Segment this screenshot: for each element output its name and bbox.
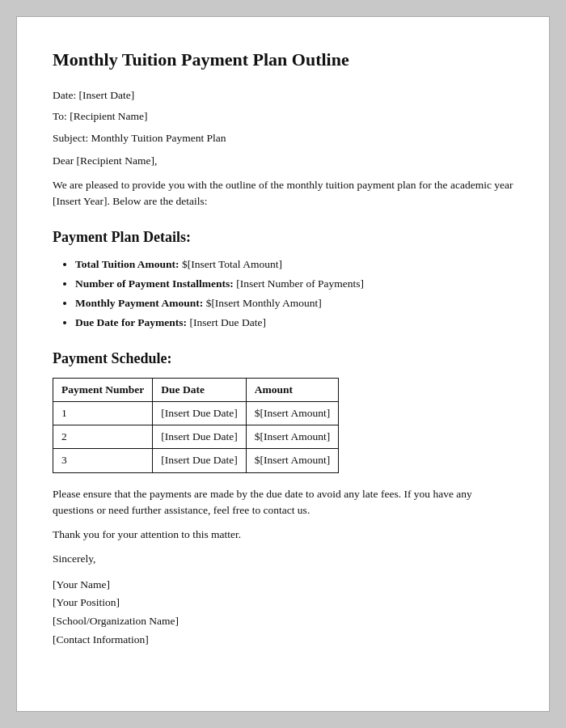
dear-line: Dear [Recipient Name], (53, 153, 513, 169)
document: Monthly Tuition Payment Plan Outline Dat… (16, 16, 550, 712)
col-header-payment-number: Payment Number (53, 378, 153, 401)
bullet-bold-2: Monthly Payment Amount: (75, 297, 203, 309)
bullet-text-0: $[Insert Total Amount] (180, 258, 282, 270)
table-cell: 1 (53, 401, 153, 425)
table-header-row: Payment Number Due Date Amount (53, 378, 339, 401)
date-line: Date: [Insert Date] (53, 87, 513, 104)
payment-plan-heading: Payment Plan Details: (53, 226, 513, 248)
table-cell: $[Insert Amount] (246, 449, 338, 472)
sig-contact: [Contact Information] (53, 631, 513, 650)
bullet-list: Total Tuition Amount: $[Insert Total Amo… (75, 256, 513, 332)
sincerely-line: Sincerely, (53, 551, 513, 567)
signature-block: [Your Name] [Your Position] [School/Orga… (53, 576, 513, 650)
bullet-bold-0: Total Tuition Amount: (75, 258, 180, 270)
bullet-bold-3: Due Date for Payments: (75, 316, 187, 328)
table-body: 1[Insert Due Date]$[Insert Amount]2[Inse… (53, 401, 339, 472)
intro-paragraph: We are pleased to provide you with the o… (53, 177, 513, 210)
schedule-heading: Payment Schedule: (53, 348, 513, 370)
sig-org: [School/Organization Name] (53, 612, 513, 631)
table-cell: [Insert Due Date] (153, 425, 246, 449)
table-cell: [Insert Due Date] (153, 401, 246, 425)
table-cell: [Insert Due Date] (153, 449, 246, 472)
col-header-due-date: Due Date (153, 378, 246, 401)
payment-table: Payment Number Due Date Amount 1[Insert … (53, 378, 339, 473)
bullet-bold-1: Number of Payment Installments: (75, 277, 234, 290)
list-item: Due Date for Payments: [Insert Due Date] (75, 315, 513, 331)
table-cell: 2 (53, 425, 153, 449)
table-cell: $[Insert Amount] (246, 425, 338, 449)
bullet-text-3: [Insert Due Date] (187, 316, 266, 328)
bullet-text-1: [Insert Number of Payments] (234, 277, 364, 290)
bullet-text-2: $[Insert Monthly Amount] (203, 297, 322, 309)
table-row: 3[Insert Due Date]$[Insert Amount] (53, 449, 339, 472)
table-row: 1[Insert Due Date]$[Insert Amount] (53, 401, 339, 425)
sig-name: [Your Name] (53, 576, 513, 595)
table-cell: 3 (53, 449, 153, 472)
list-item: Monthly Payment Amount: $[Insert Monthly… (75, 295, 513, 311)
document-title: Monthly Tuition Payment Plan Outline (53, 46, 513, 73)
sig-position: [Your Position] (53, 594, 513, 612)
list-item: Total Tuition Amount: $[Insert Total Amo… (75, 256, 513, 273)
table-cell: $[Insert Amount] (246, 401, 338, 425)
closing-paragraph: Please ensure that the payments are made… (53, 486, 513, 519)
to-line: To: [Recipient Name] (53, 108, 513, 125)
thank-you-line: Thank you for your attention to this mat… (53, 527, 513, 543)
col-header-amount: Amount (246, 378, 338, 401)
subject-line: Subject: Monthly Tuition Payment Plan (53, 130, 513, 146)
list-item: Number of Payment Installments: [Insert … (75, 276, 513, 292)
table-row: 2[Insert Due Date]$[Insert Amount] (53, 425, 339, 449)
